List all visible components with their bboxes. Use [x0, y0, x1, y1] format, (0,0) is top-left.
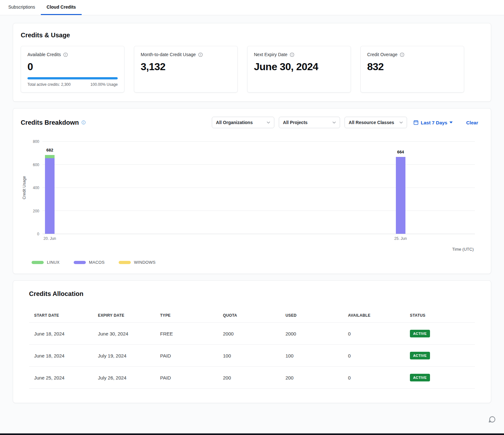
breakdown-filters: All Organizations All Projects All Resou… — [212, 117, 483, 128]
chart-gridline — [42, 188, 475, 188]
column-header-used: USED — [285, 313, 348, 318]
credits-breakdown-section: Credits Breakdown All Organizations All … — [13, 108, 491, 274]
table-row: June 25, 2024 July 26, 2024 PAID 200 200… — [29, 367, 475, 389]
clear-filters-button[interactable]: Clear — [466, 120, 478, 125]
cell-expiry-date: July 19, 2024 — [98, 353, 160, 358]
mtd-usage-label-row: Month-to-date Credit Usage — [141, 52, 231, 57]
chart-legend: LINUXMACOSWINDOWS — [32, 260, 483, 265]
info-icon[interactable] — [63, 52, 68, 57]
next-expiry-label-row: Next Expiry Date — [254, 52, 344, 57]
cell-available: 0 — [348, 331, 410, 336]
total-active-credits-text: Total active credits: 2,300 — [27, 82, 70, 87]
chevron-down-icon — [332, 121, 336, 124]
info-icon[interactable] — [290, 52, 294, 57]
cell-available: 0 — [348, 353, 410, 358]
chart-bar-segment-macos — [396, 157, 405, 234]
chart-ytick-label: 200 — [33, 209, 39, 213]
credits-usage-title: Credits & Usage — [21, 32, 483, 39]
column-header-type: TYPE — [160, 313, 223, 318]
table-row: June 18, 2024 July 19, 2024 PAID 100 100… — [29, 345, 475, 367]
info-icon[interactable] — [81, 120, 86, 125]
column-header-expiry-date: EXPIRY DATE — [98, 313, 160, 318]
cell-status: ACTIVE — [410, 330, 475, 337]
column-header-status: STATUS — [410, 313, 475, 318]
organizations-select[interactable]: All Organizations — [212, 117, 274, 128]
legend-swatch — [119, 261, 131, 264]
credit-overage-card: Credit Overage 832 — [360, 46, 464, 92]
credits-allocation-table: START DATE EXPIRY DATE TYPE QUOTA USED A… — [29, 308, 475, 389]
cell-expiry-date: June 30, 2024 — [98, 331, 160, 336]
available-credits-card: Available Credits 0 Total active credits… — [21, 46, 124, 92]
available-credits-value: 0 — [27, 61, 118, 73]
mtd-usage-card: Month-to-date Credit Usage 3,132 — [134, 46, 238, 92]
cell-type: FREE — [160, 331, 223, 336]
table-row: June 18, 2024 June 30, 2024 FREE 2000 20… — [29, 323, 475, 345]
chevron-down-icon — [399, 121, 403, 124]
legend-item-macos[interactable]: MACOS — [74, 260, 105, 265]
chart-xtick-label: 20. Jun — [43, 236, 56, 241]
chart-y-axis-label: Credit Usage — [21, 142, 28, 234]
info-icon[interactable] — [198, 52, 203, 57]
cell-type: PAID — [160, 375, 223, 380]
column-header-available: AVAILABLE — [348, 313, 410, 318]
chart-gridline — [42, 210, 475, 211]
next-expiry-label: Next Expiry Date — [254, 52, 287, 57]
chart-bar-segment-linux — [45, 155, 55, 158]
table-body: June 18, 2024 June 30, 2024 FREE 2000 20… — [29, 322, 475, 389]
column-header-start-date: START DATE — [34, 313, 98, 318]
cell-expiry-date: July 26, 2024 — [98, 375, 160, 380]
cell-start-date: June 25, 2024 — [34, 375, 98, 380]
status-badge: ACTIVE — [410, 352, 430, 359]
stat-card-row: Available Credits 0 Total active credits… — [21, 46, 483, 92]
legend-item-linux[interactable]: LINUX — [32, 260, 60, 265]
available-credits-label-row: Available Credits — [27, 52, 118, 57]
available-credits-progress — [27, 77, 118, 79]
date-range-value: Last 7 Days — [421, 120, 447, 125]
chevron-down-icon — [267, 121, 270, 124]
legend-swatch — [74, 261, 86, 264]
cell-quota: 100 — [223, 353, 285, 358]
calendar-icon — [413, 120, 419, 125]
chart-ytick-label: 0 — [37, 232, 39, 236]
status-badge: ACTIVE — [410, 330, 430, 337]
usage-percent-text: 100.00% Usage — [91, 82, 118, 87]
mtd-usage-label: Month-to-date Credit Usage — [141, 52, 196, 57]
credits-usage-section: Credits & Usage Available Credits 0 Tota… — [13, 23, 491, 102]
chart-ytick-label: 800 — [33, 139, 39, 144]
status-badge: ACTIVE — [410, 374, 430, 381]
tab-subscriptions[interactable]: Subscriptions — [3, 0, 41, 15]
next-expiry-value: June 30, 2024 — [254, 61, 344, 73]
support-chat-icon[interactable] — [488, 415, 496, 425]
cell-status: ACTIVE — [410, 374, 475, 381]
info-icon[interactable] — [400, 52, 404, 57]
chart-xtick-label: 25. Jun — [394, 236, 407, 241]
legend-item-windows[interactable]: WINDOWS — [119, 260, 156, 265]
legend-label: LINUX — [47, 260, 60, 265]
legend-swatch — [32, 261, 44, 264]
tab-bar: Subscriptions Cloud Credits — [0, 0, 504, 15]
chart-ytick-label: 400 — [33, 186, 39, 190]
resource-classes-select[interactable]: All Resource Classes — [345, 117, 407, 128]
tab-cloud-credits[interactable]: Cloud Credits — [41, 0, 82, 15]
credit-overage-label-row: Credit Overage — [367, 52, 457, 57]
date-range-picker[interactable]: Last 7 Days — [413, 120, 453, 125]
credit-overage-value: 832 — [367, 61, 457, 73]
chart-bar-total-label: 682 — [46, 148, 53, 152]
cell-used: 2000 — [285, 331, 348, 336]
mtd-usage-value: 3,132 — [141, 61, 231, 73]
table-header-row: START DATE EXPIRY DATE TYPE QUOTA USED A… — [29, 308, 475, 322]
cell-quota: 200 — [223, 375, 285, 380]
column-header-quota: QUOTA — [223, 313, 285, 318]
legend-label: MACOS — [89, 260, 105, 265]
projects-select[interactable]: All Projects — [279, 117, 340, 128]
credits-allocation-title: Credits Allocation — [29, 290, 475, 298]
credits-allocation-section: Credits Allocation START DATE EXPIRY DAT… — [13, 280, 491, 403]
available-credits-progress-fill — [27, 77, 118, 79]
chart-yticks: 0200400600800 — [28, 142, 42, 234]
chart-ytick-label: 600 — [33, 163, 39, 167]
legend-label: WINDOWS — [134, 260, 156, 265]
credit-usage-chart: Credit Usage 0200400600800 68220. Jun664… — [21, 142, 483, 265]
caret-down-icon — [449, 122, 453, 123]
next-expiry-card: Next Expiry Date June 30, 2024 — [247, 46, 351, 92]
cell-available: 0 — [348, 375, 410, 380]
